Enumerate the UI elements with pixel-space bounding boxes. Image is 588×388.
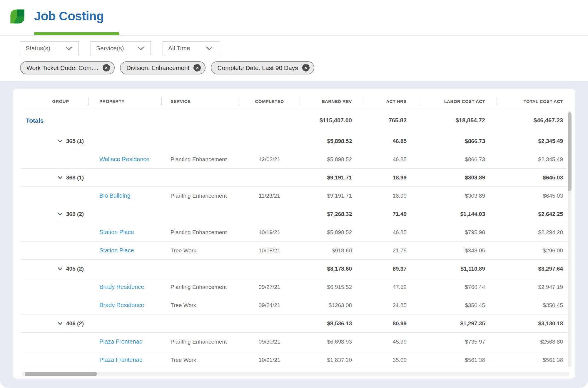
expand-chevron-icon[interactable] <box>58 322 63 325</box>
property-cell: Plaza Frontenac <box>89 351 162 369</box>
act-hrs-cell: 18.99 <box>363 187 419 205</box>
completed-cell <box>239 132 300 150</box>
labor-cost-act-cell: $795.98 <box>419 223 497 241</box>
filter-chip-label: Division: Enhancement <box>126 64 190 71</box>
property-link[interactable]: Station Place <box>99 247 134 254</box>
horizontal-scrollbar-thumb[interactable] <box>25 372 97 376</box>
property-cell: Wallace Residence <box>89 150 162 168</box>
labor-cost-act-cell: $735.97 <box>419 333 497 351</box>
act-hrs-cell: 35.00 <box>363 351 419 369</box>
horizontal-scrollbar-track[interactable] <box>22 372 569 376</box>
filter-chip-work-ticket-code[interactable]: Work Ticket Code: Com.... ✕ <box>20 61 115 74</box>
service-cell <box>162 260 239 278</box>
labor-cost-act-cell: $561.38 <box>419 351 497 369</box>
property-link[interactable]: Brady Residence <box>99 302 144 309</box>
time-range-dropdown[interactable]: All Time <box>163 41 219 55</box>
earned-rev-cell: $5,898.52 <box>300 132 363 150</box>
act-hrs-cell: 46.85 <box>363 132 419 150</box>
expand-chevron-icon[interactable] <box>58 267 63 270</box>
vertical-scrollbar-track[interactable] <box>568 111 572 367</box>
act-hrs-cell: 45.99 <box>363 333 419 351</box>
completed-cell: 09/27/21 <box>239 278 300 296</box>
property-link[interactable]: Plaza Frontenac <box>99 357 142 363</box>
property-cell: Station Place <box>89 242 162 259</box>
service-dropdown-label: Service(s) <box>96 45 124 52</box>
property-link[interactable]: Wallace Residence <box>99 156 149 163</box>
group-cell: 365 (1) <box>21 132 89 150</box>
chip-remove-icon[interactable]: ✕ <box>103 64 110 71</box>
column-header-property: PROPERTY <box>89 94 162 109</box>
earned-rev-cell: $918.60 <box>300 242 363 259</box>
completed-cell: 09/24/21 <box>239 296 300 314</box>
property-link[interactable]: Bio Building <box>99 192 131 199</box>
property-cell <box>89 314 162 332</box>
service-cell <box>162 314 239 332</box>
completed-cell: 11/23/21 <box>239 187 300 205</box>
status-dropdown-label: Status(s) <box>26 45 50 52</box>
column-header-group: GROUP <box>21 94 89 109</box>
page-title: Job Costing <box>34 9 104 23</box>
completed-cell: 10/19/21 <box>239 223 300 241</box>
chip-remove-icon[interactable]: ✕ <box>302 64 310 71</box>
time-range-dropdown-label: All Time <box>168 45 190 52</box>
property-cell <box>89 132 162 150</box>
group-cell: 369 (2) <box>21 205 89 223</box>
earned-rev-cell: $8,178.60 <box>300 260 363 278</box>
active-tab-underline <box>34 32 119 35</box>
total-cost-act-cell: $2,947.19 <box>497 278 567 296</box>
service-cell: Planting Enhancement <box>162 278 239 296</box>
total-cost-act-cell: $2,345.49 <box>497 132 567 150</box>
filter-chip-complete-date[interactable]: Complete Date: Last 90 Days ✕ <box>211 61 314 74</box>
app-header: Job Costing <box>0 0 588 36</box>
group-cell: 405 (2) <box>21 260 89 278</box>
filter-chip-label: Complete Date: Last 90 Days <box>217 64 298 71</box>
total-cost-act-cell: $645.03 <box>497 169 567 186</box>
chip-remove-icon[interactable]: ✕ <box>193 64 201 71</box>
total-cost-act-cell: $2,345.49 <box>497 150 567 168</box>
filter-chip-division[interactable]: Division: Enhancement ✕ <box>120 61 206 74</box>
service-cell: Planting Enhancement <box>162 223 239 241</box>
column-header-labor-cost-act: LABOR COST ACT <box>419 94 497 109</box>
totals-labor-cost-act: $18,854.72 <box>419 109 497 132</box>
earned-rev-cell: $6,698.93 <box>300 333 363 351</box>
service-dropdown[interactable]: Service(s) <box>91 41 151 55</box>
completed-cell <box>239 169 300 186</box>
table-rows: 365 (1) $5,898.52 46.85 $866.73 $2,345.4… <box>21 132 567 369</box>
service-cell: Tree Work <box>162 242 239 259</box>
earned-rev-cell: $1263.08 <box>300 296 363 314</box>
labor-cost-act-cell: $1,144.03 <box>419 205 497 223</box>
total-cost-act-cell: $2568.80 <box>497 333 567 351</box>
column-header-act-hrs: ACT HRS <box>363 94 419 109</box>
vertical-scrollbar-thumb[interactable] <box>568 112 572 191</box>
group-label: 369 (2) <box>66 211 84 217</box>
expand-chevron-icon[interactable] <box>58 212 63 216</box>
chevron-down-icon <box>66 46 72 50</box>
total-cost-act-cell: $350.45 <box>497 296 567 314</box>
labor-cost-act-cell: $1,110.89 <box>419 260 497 278</box>
table-row: Plaza Frontenac Tree Work 10/01/21 $1,83… <box>21 351 567 369</box>
property-link[interactable]: Station Place <box>99 229 134 236</box>
property-cell: Bio Building <box>89 187 162 205</box>
table-row: 406 (2) $8,536.13 80.99 $1,297.35 $3,130… <box>21 314 567 333</box>
filter-chip-label: Work Ticket Code: Com.... <box>26 64 98 71</box>
property-cell: Brady Residence <box>89 296 162 314</box>
completed-cell: 09/30/21 <box>239 333 300 351</box>
expand-chevron-icon[interactable] <box>58 176 63 179</box>
total-cost-act-cell: $3,130.18 <box>497 314 567 332</box>
status-dropdown[interactable]: Status(s) <box>20 41 79 55</box>
earned-rev-cell: $1,837.20 <box>300 351 363 369</box>
total-cost-act-cell: $2,642.25 <box>497 205 567 223</box>
table-row: Bio Building Planting Enhancement 11/23/… <box>21 187 567 205</box>
earned-rev-cell: $5,898.52 <box>300 223 363 241</box>
total-cost-act-cell: $2,294.20 <box>497 223 567 241</box>
service-cell: Planting Enhancement <box>162 333 239 351</box>
act-hrs-cell: 47.52 <box>363 278 419 296</box>
labor-cost-act-cell: $348.05 <box>419 242 497 259</box>
totals-earned-rev: $115,407.00 <box>300 109 363 132</box>
completed-cell <box>239 205 300 223</box>
expand-chevron-icon[interactable] <box>58 139 63 143</box>
property-link[interactable]: Plaza Frontenac <box>99 338 142 345</box>
column-header-service: SERVICE <box>162 94 239 109</box>
labor-cost-act-cell: $760.44 <box>419 278 497 296</box>
property-link[interactable]: Brady Residence <box>99 284 144 290</box>
